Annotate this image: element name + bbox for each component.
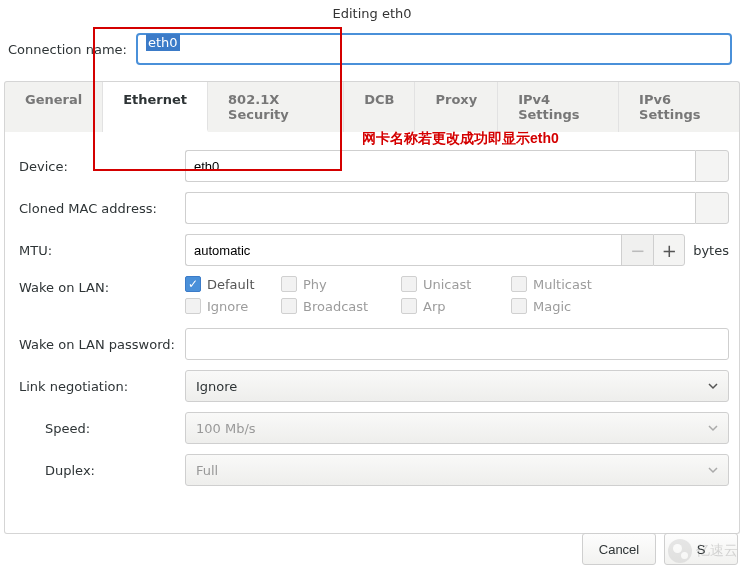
wol-broadcast-label: Broadcast [303, 299, 368, 314]
save-button[interactable]: S [664, 533, 738, 565]
cloned-mac-input[interactable] [185, 192, 695, 224]
duplex-row: Duplex: Full [15, 454, 729, 486]
wol-ignore-label: Ignore [207, 299, 248, 314]
mtu-label: MTU: [15, 243, 185, 258]
device-label: Device: [15, 159, 185, 174]
wol-arp-checkbox[interactable]: Arp [401, 298, 511, 314]
device-row: Device: [15, 150, 729, 182]
wol-magic-label: Magic [533, 299, 571, 314]
footer-buttons: Cancel S [582, 533, 738, 565]
tab-ethernet[interactable]: Ethernet [103, 82, 208, 132]
connection-name-input[interactable]: eth0 [136, 33, 732, 65]
wol-label: Wake on LAN: [15, 276, 185, 295]
checkbox-icon: ✓ [185, 276, 201, 292]
mtu-unit: bytes [693, 243, 729, 258]
device-combo [185, 150, 729, 182]
cloned-mac-dropdown-button[interactable] [695, 192, 729, 224]
wol-unicast-checkbox[interactable]: Unicast [401, 276, 511, 292]
link-neg-row: Link negotiation: Ignore [15, 370, 729, 402]
duplex-value: Full [196, 463, 218, 478]
device-input[interactable] [185, 150, 695, 182]
window-title: Editing eth0 [0, 0, 744, 25]
checkbox-icon [281, 298, 297, 314]
duplex-label: Duplex: [15, 463, 185, 478]
wol-password-row: Wake on LAN password: [15, 328, 729, 360]
wol-ignore-checkbox[interactable]: Ignore [185, 298, 281, 314]
speed-control: 100 Mb/s [185, 412, 729, 444]
cloned-mac-combo [185, 192, 729, 224]
checkbox-icon [401, 276, 417, 292]
mtu-decrement-button[interactable]: − [621, 234, 653, 266]
ethernet-panel: Device: Cloned MAC address: [4, 132, 740, 534]
speed-select: 100 Mb/s [185, 412, 729, 444]
wol-password-input[interactable] [185, 328, 729, 360]
cancel-button[interactable]: Cancel [582, 533, 656, 565]
connection-name-value: eth0 [146, 34, 180, 51]
chevron-down-icon [708, 423, 718, 433]
checkbox-icon [281, 276, 297, 292]
tab-general[interactable]: General [5, 82, 103, 132]
connection-name-label: Connection name: [6, 42, 136, 57]
tab-ipv4[interactable]: IPv4 Settings [498, 82, 619, 132]
cloned-mac-row: Cloned MAC address: [15, 192, 729, 224]
duplex-control: Full [185, 454, 729, 486]
duplex-select: Full [185, 454, 729, 486]
wol-multicast-checkbox[interactable]: Multicast [511, 276, 621, 292]
tabs-container: General Ethernet 802.1X Security DCB Pro… [4, 81, 740, 534]
chevron-down-icon [708, 381, 718, 391]
tab-ipv6[interactable]: IPv6 Settings [619, 82, 739, 132]
tab-dcb[interactable]: DCB [344, 82, 415, 132]
tab-proxy[interactable]: Proxy [415, 82, 498, 132]
tab-bar: General Ethernet 802.1X Security DCB Pro… [4, 81, 740, 132]
connection-name-row: Connection name: eth0 [0, 31, 744, 67]
chevron-down-icon [708, 465, 718, 475]
mtu-input[interactable] [185, 234, 621, 266]
wol-password-label: Wake on LAN password: [15, 337, 185, 352]
device-dropdown-button[interactable] [695, 150, 729, 182]
link-neg-label: Link negotiation: [15, 379, 185, 394]
link-neg-control: Ignore [185, 370, 729, 402]
link-neg-select[interactable]: Ignore [185, 370, 729, 402]
checkbox-icon [185, 298, 201, 314]
speed-row: Speed: 100 Mb/s [15, 412, 729, 444]
wol-broadcast-checkbox[interactable]: Broadcast [281, 298, 401, 314]
wol-arp-label: Arp [423, 299, 446, 314]
tab-security[interactable]: 802.1X Security [208, 82, 344, 132]
checkbox-icon [511, 276, 527, 292]
wol-default-checkbox[interactable]: ✓Default [185, 276, 281, 292]
checkbox-icon [511, 298, 527, 314]
wol-options: ✓Default Phy Unicast Multicast Ignore Br… [185, 276, 621, 314]
wol-password-control [185, 328, 729, 360]
wol-magic-checkbox[interactable]: Magic [511, 298, 621, 314]
wol-default-label: Default [207, 277, 255, 292]
checkbox-icon [401, 298, 417, 314]
speed-value: 100 Mb/s [196, 421, 256, 436]
mtu-row: MTU: − + bytes [15, 234, 729, 266]
cloned-mac-label: Cloned MAC address: [15, 201, 185, 216]
mtu-control: − + bytes [185, 234, 729, 266]
speed-label: Speed: [15, 421, 185, 436]
wol-phy-label: Phy [303, 277, 327, 292]
wol-multicast-label: Multicast [533, 277, 592, 292]
wol-phy-checkbox[interactable]: Phy [281, 276, 401, 292]
wol-unicast-label: Unicast [423, 277, 471, 292]
link-neg-value: Ignore [196, 379, 237, 394]
mtu-increment-button[interactable]: + [653, 234, 685, 266]
wol-row: Wake on LAN: ✓Default Phy Unicast Multic… [15, 276, 729, 314]
